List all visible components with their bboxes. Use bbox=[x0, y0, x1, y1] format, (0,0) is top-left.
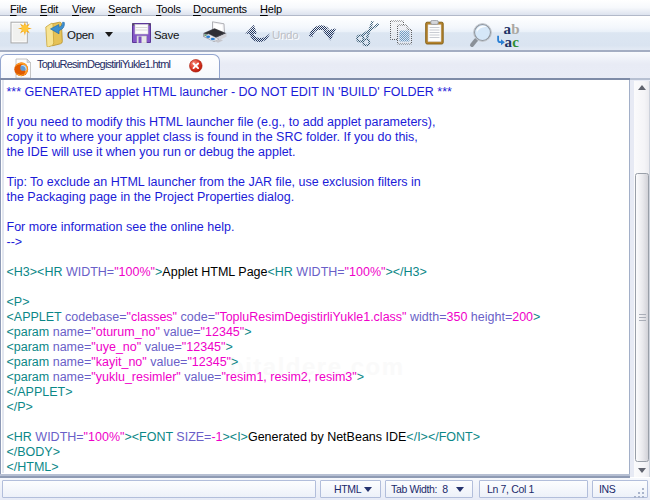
svg-text:c: c bbox=[512, 34, 519, 49]
